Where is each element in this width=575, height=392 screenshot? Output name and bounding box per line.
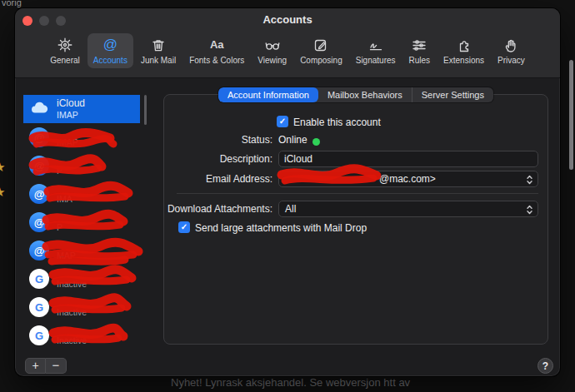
toolbar-item-accounts[interactable]: @ Accounts (88, 33, 133, 68)
tab-account-information[interactable]: Account Information (218, 87, 318, 102)
toolbar-item-fonts-colors[interactable]: Aa Fonts & Colors (183, 33, 250, 68)
description-label: Description: (98, 153, 272, 165)
account-name-redacted (57, 183, 107, 194)
tab-mailbox-behaviors[interactable]: Mailbox Behaviors (318, 87, 412, 102)
popup-chevrons-icon (525, 203, 534, 220)
description-field[interactable] (278, 151, 538, 167)
toolbar-item-label: Privacy (498, 56, 525, 65)
email-address-label: Email Address: (98, 173, 272, 185)
glasses-icon (264, 35, 281, 55)
sidebar-account-google[interactable]: G Inactive (23, 265, 140, 293)
status-label: Status: (98, 134, 272, 146)
toolbar-item-label: Accounts (93, 56, 128, 65)
add-account-button[interactable]: + (25, 358, 46, 374)
enable-account-checkbox[interactable]: ✓ (277, 116, 288, 127)
compose-icon (312, 35, 329, 55)
puzzle-icon (456, 35, 472, 55)
account-subtitle: MAP (57, 251, 107, 261)
star-icon: ★ (0, 185, 5, 200)
download-attachments-value: All (279, 203, 296, 215)
at-icon: @ (103, 35, 118, 55)
at-account-icon: @ (29, 241, 49, 261)
background-partial-text: vorig (2, 0, 22, 7)
google-icon: G (29, 269, 49, 289)
toolbar-item-junk-mail[interactable]: Junk Mail (135, 33, 182, 68)
page-scrollbar[interactable] (569, 60, 573, 170)
toolbar-item-label: Junk Mail (141, 56, 176, 65)
toolbar-item-label: Rules (409, 56, 431, 65)
accounts-preferences-window: Accounts General @ Accounts Ju (15, 8, 560, 376)
toolbar-item-signatures[interactable]: Signatures (350, 33, 402, 68)
account-name-redacted (57, 325, 107, 335)
account-tabs: Account Information Mailbox Behaviors Se… (163, 87, 548, 102)
toolbar-item-privacy[interactable]: Privacy (492, 33, 531, 68)
at-account-icon: @ (29, 184, 49, 204)
gear-icon (57, 35, 73, 55)
google-icon: G (29, 325, 49, 345)
google-icon: G (29, 297, 49, 317)
signature-icon (368, 35, 384, 55)
toolbar-item-viewing[interactable]: Viewing (252, 33, 292, 68)
tab-server-settings[interactable]: Server Settings (412, 87, 493, 102)
hand-icon (502, 35, 519, 55)
icloud-cloud-icon (29, 99, 49, 119)
enable-account-label: Enable this account (293, 117, 381, 128)
checkmark-icon: ✓ (181, 223, 188, 231)
checkmark-icon: ✓ (279, 117, 286, 126)
account-subtitle: IMAP (57, 110, 107, 120)
account-subtitle: Inactive (57, 335, 107, 345)
download-attachments-popup[interactable]: All (278, 201, 538, 217)
at-account-icon: @ (29, 156, 49, 176)
help-button[interactable]: ? (538, 358, 553, 374)
maildrop-label: Send large attachments with Mail Drop (195, 222, 367, 234)
background-partial-text: Nyhet! Lynrask aksjehandel. Se webversjo… (171, 376, 410, 389)
toolbar-item-label: Composing (300, 56, 342, 65)
toolbar-item-label: Viewing (258, 56, 287, 65)
sidebar-scrollbar[interactable] (144, 95, 147, 125)
window-title: Accounts (15, 13, 560, 26)
remove-account-button[interactable]: − (46, 358, 67, 374)
at-account-icon: @ (29, 212, 49, 232)
star-icon: ★ (0, 160, 5, 175)
toolbar-item-label: General (50, 56, 80, 65)
sidebar-account-google[interactable]: G Inactive (23, 293, 140, 321)
toolbar-item-extensions[interactable]: Extensions (438, 33, 490, 68)
account-name-redacted (57, 268, 107, 279)
toolbar-item-label: Signatures (356, 56, 396, 65)
account-name-redacted (57, 240, 107, 251)
account-name: iCloud (57, 98, 107, 110)
online-status-dot (312, 135, 321, 150)
rules-sliders-icon (411, 35, 428, 55)
preferences-toolbar: General @ Accounts Junk Mail Aa Fonts & … (15, 33, 560, 77)
window-chrome: Accounts General @ Accounts Ju (15, 8, 560, 78)
email-address-popup[interactable]: @mac.com> (278, 171, 538, 187)
email-address-value: @mac.com> (279, 173, 436, 185)
at-account-icon: @ (29, 127, 49, 147)
desktop-background: vorig Nyhet! Lynrask aksjehandel. Se web… (0, 0, 575, 392)
sidebar-account-icloud[interactable]: iCloud IMAP (23, 95, 140, 123)
toolbar-item-label: Extensions (443, 56, 484, 65)
maildrop-checkbox[interactable]: ✓ (178, 221, 190, 233)
titlebar[interactable]: Accounts (15, 8, 560, 32)
sidebar-account-google[interactable]: G Inactive (23, 321, 140, 347)
toolbar-item-general[interactable]: General (44, 33, 86, 68)
sidebar-account-imap[interactable]: @ MAP (23, 236, 140, 265)
trash-icon (150, 35, 167, 55)
fonts-icon: Aa (210, 35, 224, 55)
account-subtitle: P (57, 222, 107, 232)
account-name-redacted (57, 296, 107, 307)
accounts-sidebar: iCloud IMAP @ IMAP @ P @ (23, 95, 140, 347)
form-divider (177, 193, 538, 194)
download-attachments-label: Download Attachments: (98, 203, 272, 215)
popup-chevrons-icon (525, 173, 534, 190)
status-value: Online (278, 134, 308, 146)
account-subtitle: Inactive (57, 307, 107, 317)
account-detail-panel (163, 94, 548, 345)
account-subtitle: Inactive (57, 279, 107, 289)
toolbar-item-composing[interactable]: Composing (294, 33, 348, 68)
toolbar-item-rules[interactable]: Rules (403, 33, 437, 68)
toolbar-item-label: Fonts & Colors (189, 56, 244, 65)
